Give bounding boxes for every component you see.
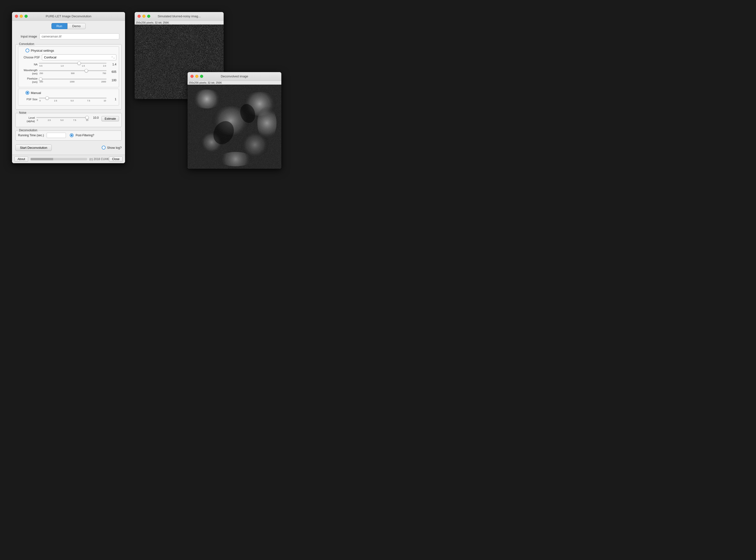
wavelength-value: 605 [108, 70, 116, 74]
noise-label: Noise [18, 111, 27, 114]
noise-slider-container: 0 2.5 5.0 7.5 10 [36, 116, 89, 121]
psf-tick-max: 10 [104, 100, 106, 102]
main-window: PURE-LET Image Deconvolution Run Demo In… [12, 12, 125, 163]
wavelength-tick-mid2: 750 [102, 72, 106, 75]
manual-box: Manual PSF Size 0 2.5 5.0 7.5 1 [18, 89, 119, 105]
wavelength-tick-min: 250 [39, 72, 43, 75]
choose-psf-row: Choose PSF Confocal ⌃⌄ [21, 54, 116, 60]
physical-settings-label: Physical settings [31, 49, 54, 53]
deconv-close-light[interactable] [191, 75, 194, 78]
physical-settings-radio-row: Physical settings [21, 48, 116, 53]
show-log-radio[interactable] [102, 146, 105, 149]
noise-tick-mid1: 2.5 [47, 119, 51, 121]
close-traffic-light[interactable] [15, 15, 18, 18]
na-tick-min: 0.5 [39, 65, 42, 67]
sim-max-light[interactable] [147, 15, 150, 18]
wavelength-label: Wavelength(nm) [21, 68, 38, 76]
demo-button[interactable]: Demo [67, 23, 86, 29]
noise-value: 10.0 [90, 116, 99, 119]
manual-label: Manual [31, 91, 41, 95]
wavelength-slider-container: 250 500 750 [39, 69, 106, 75]
psf-size-ticks: 0 2.5 5.0 7.5 10 [39, 100, 106, 102]
pixelsize-row: Pixelsize(nm) 100 1000 2000 100 [21, 77, 116, 84]
running-time-label: Running Time (sec.) [18, 134, 44, 137]
toolbar-row: Run Demo [15, 23, 122, 29]
estimate-button[interactable]: Estimate [101, 116, 119, 121]
pixelsize-label: Pixelsize(nm) [21, 77, 38, 84]
sim-traffic-lights [138, 15, 150, 18]
post-filtering-radio[interactable] [70, 134, 74, 137]
noise-tick-min: 0 [37, 119, 38, 121]
pixelsize-value: 100 [108, 79, 116, 82]
about-button[interactable]: About [15, 157, 28, 162]
convolution-section: Convolution Physical settings Choose PSF… [15, 44, 122, 109]
deconv-traffic-lights [191, 75, 203, 78]
psf-dropdown[interactable]: Confocal [42, 54, 116, 60]
deconv-window: Deconvolved image 256x256 pixels; 32-bit… [188, 72, 281, 169]
noise-tick-max: 10 [86, 119, 88, 121]
convolution-label: Convolution [18, 42, 35, 46]
pixelsize-tick-max: 2000 [101, 81, 106, 83]
pixelsize-slider[interactable] [39, 79, 106, 80]
pixelsize-slider-container: 100 1000 2000 [39, 78, 106, 83]
bottom-bar: About (c) 2018 CUHK Close [12, 155, 125, 163]
start-deconvolution-button[interactable]: Start Deconvolution [15, 144, 52, 151]
input-image-field[interactable] [39, 34, 119, 39]
wavelength-row: Wavelength(nm) 250 500 750 605 [21, 68, 116, 76]
physical-settings-box: Physical settings Choose PSF Confocal ⌃⌄ [18, 46, 119, 87]
running-time-row: Running Time (sec.) Post-Filtering? [18, 133, 119, 138]
close-button[interactable]: Close [109, 157, 123, 162]
na-value: 1.4 [108, 63, 116, 66]
running-time-field[interactable] [47, 133, 66, 138]
run-button[interactable]: Run [52, 23, 67, 29]
minimize-traffic-light[interactable] [20, 15, 23, 18]
progress-bar-fill [31, 158, 53, 160]
physical-settings-radio[interactable] [25, 48, 29, 53]
deconv-image-content [188, 85, 281, 169]
deconvolution-label: Deconvolution [18, 128, 38, 132]
na-tick-mid1: 1.0 [61, 65, 64, 67]
deconv-window-title: Deconvolved image [221, 75, 248, 78]
sim-titlebar: Simulated blurred-noisy imag... [135, 12, 224, 21]
na-row: NA 0.5 1.0 1.5 2.0 1.4 [21, 62, 116, 67]
na-label: NA [21, 63, 38, 66]
pixelsize-ticks: 100 1000 2000 [39, 81, 106, 83]
na-slider[interactable] [39, 63, 106, 64]
wavelength-ticks: 250 500 750 [39, 72, 106, 75]
sim-close-light[interactable] [138, 15, 141, 18]
noise-tick-mid2: 5.0 [60, 119, 63, 121]
maximize-traffic-light[interactable] [24, 15, 28, 18]
show-log-label: Show log? [107, 146, 122, 149]
noise-tick-mid3: 7.5 [73, 119, 76, 121]
wavelength-slider[interactable] [39, 70, 106, 71]
pixelsize-tick-min: 100 [39, 81, 43, 83]
na-ticks: 0.5 1.0 1.5 2.0 [39, 65, 106, 67]
manual-radio-row: Manual [21, 91, 116, 95]
noise-level-label: Level(alpha) [18, 116, 35, 123]
progress-bar [31, 158, 87, 160]
deconv-max-light[interactable] [200, 75, 203, 78]
psf-size-value: 1 [108, 98, 116, 101]
psf-tick-mid3: 7.5 [87, 100, 90, 102]
deconv-min-light[interactable] [195, 75, 198, 78]
psf-size-row: PSF Size 0 2.5 5.0 7.5 10 1 [21, 97, 116, 102]
psf-size-slider[interactable] [39, 98, 106, 99]
manual-radio[interactable] [25, 91, 29, 95]
wavelength-tick-mid: 500 [71, 72, 75, 75]
na-tick-mid2: 1.5 [82, 65, 85, 67]
show-log-row: Show log? [102, 146, 122, 149]
sim-window-title: Simulated blurred-noisy imag... [157, 15, 200, 18]
main-content: Run Demo Input image Convolution Physica… [12, 21, 125, 154]
choose-psf-label: Choose PSF [21, 56, 40, 59]
main-titlebar: PURE-LET Image Deconvolution [12, 12, 125, 21]
traffic-lights [15, 15, 28, 18]
psf-tick-mid2: 5.0 [71, 100, 74, 102]
deconv-titlebar: Deconvolved image [188, 72, 281, 81]
psf-size-slider-container: 0 2.5 5.0 7.5 10 [39, 97, 106, 102]
deconv-image-canvas [188, 85, 281, 169]
sim-min-light[interactable] [142, 15, 146, 18]
noise-level-slider[interactable] [36, 117, 89, 118]
psf-tick-min: 0 [39, 100, 41, 102]
sim-image-info: 256x256 pixels; 32-bit; 256K [135, 21, 224, 24]
deconvolution-section: Deconvolution Running Time (sec.) Post-F… [15, 131, 122, 141]
